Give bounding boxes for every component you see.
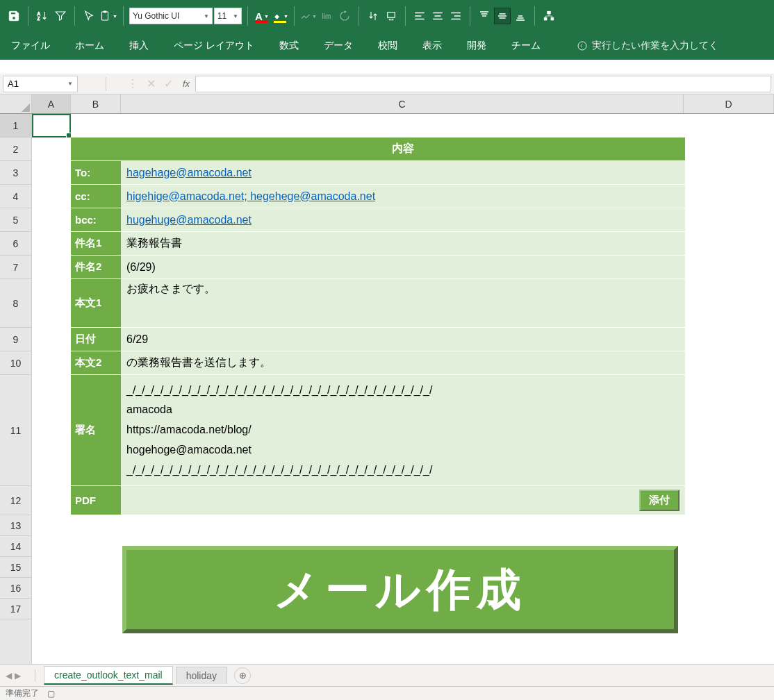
- cells-area[interactable]: 内容 To:hagehage@amacoda.netcc:higehige@am…: [32, 114, 774, 664]
- row-header-6[interactable]: 6: [0, 232, 31, 256]
- row-header-7[interactable]: 7: [0, 256, 31, 279]
- row-header-11[interactable]: 11: [0, 375, 31, 486]
- valign-top-icon[interactable]: [476, 8, 493, 24]
- table-value-2[interactable]: hugehuge@amacoda.net: [121, 208, 685, 232]
- col-header-C[interactable]: C: [121, 94, 684, 113]
- row-header-3[interactable]: 3: [0, 161, 31, 185]
- row-header-2[interactable]: 2: [0, 138, 31, 161]
- formula-input[interactable]: [195, 76, 771, 92]
- font-name-select[interactable]: Yu Gothic UI▼: [129, 8, 213, 24]
- tab-formulas[interactable]: 数式: [277, 35, 302, 56]
- valign-middle-icon[interactable]: [494, 8, 511, 24]
- row-header-13[interactable]: 13: [0, 515, 31, 536]
- dots-icon[interactable]: ⋮: [127, 77, 138, 90]
- ribbon-tabs: ファイル ホーム 挿入 ページ レイアウト 数式 データ 校閲 表示 開発 チー…: [0, 32, 774, 60]
- row-header-15[interactable]: 15: [0, 557, 31, 578]
- fx-label[interactable]: fx: [183, 78, 190, 89]
- row-header-8[interactable]: 8: [0, 279, 31, 328]
- svg-rect-7: [551, 17, 554, 20]
- table-label-5: 本文1: [71, 279, 121, 328]
- sheet-tab-2[interactable]: holiday: [176, 667, 227, 684]
- sort-icon[interactable]: AZ: [34, 8, 51, 24]
- tell-me-search[interactable]: 実行したい作業を入力してく: [577, 40, 718, 52]
- hyperlink-2[interactable]: hugehuge@amacoda.net: [126, 214, 252, 226]
- svg-rect-4: [388, 12, 395, 18]
- row-header-5[interactable]: 5: [0, 208, 31, 232]
- hyperlink-0[interactable]: hagehage@amacoda.net: [126, 167, 252, 179]
- sort-arrows-icon[interactable]: [365, 8, 381, 24]
- table-value-5[interactable]: お疲れさまです。: [121, 279, 685, 328]
- tab-home[interactable]: ホーム: [72, 35, 107, 56]
- cursor-icon[interactable]: [81, 8, 97, 24]
- sheet-tabs-bar: ◀ ▶ create_outlook_text_mail holiday ⊕: [0, 664, 774, 686]
- refresh-icon: [336, 8, 353, 24]
- table-value-0[interactable]: hagehage@amacoda.net: [121, 161, 685, 185]
- row-header-1[interactable]: 1: [0, 114, 31, 138]
- macro-record-icon[interactable]: ▢: [47, 689, 55, 699]
- table-value-7[interactable]: の業務報告書を送信します。: [121, 351, 685, 375]
- sheet-tab-1[interactable]: create_outlook_text_mail: [44, 666, 173, 685]
- row-header-4[interactable]: 4: [0, 185, 31, 208]
- table-value-9[interactable]: 添付: [121, 486, 685, 515]
- new-sheet-button[interactable]: ⊕: [234, 667, 251, 684]
- row-header-10[interactable]: 10: [0, 351, 31, 375]
- grid: 1234567891011121314151617 内容 To:hagehage…: [0, 114, 774, 664]
- filter-icon[interactable]: [52, 8, 69, 24]
- font-color-icon[interactable]: A▼: [254, 8, 270, 24]
- tab-page-layout[interactable]: ページ レイアウト: [171, 35, 257, 56]
- svg-rect-2: [102, 12, 108, 20]
- valign-bottom-icon[interactable]: [512, 8, 529, 24]
- table-header: 内容: [121, 138, 685, 161]
- align-right-icon[interactable]: [447, 8, 464, 24]
- sheet-nav-next[interactable]: ▶: [15, 671, 21, 681]
- font-size-select[interactable]: 11▼: [214, 8, 242, 24]
- row-header-16[interactable]: 16: [0, 578, 31, 599]
- row-header-9[interactable]: 9: [0, 328, 31, 351]
- svg-point-8: [578, 42, 586, 50]
- align-center-icon[interactable]: [429, 8, 446, 24]
- col-header-B[interactable]: B: [71, 94, 121, 113]
- formula-bar-row: A1▼ ⋮ ✕ ✓ fx: [0, 74, 774, 94]
- tab-review[interactable]: 校閲: [375, 35, 400, 56]
- table-label-1: cc:: [71, 185, 121, 208]
- limit-icon: lim: [318, 8, 335, 24]
- tab-data[interactable]: データ: [321, 35, 356, 56]
- sheet-nav-prev[interactable]: ◀: [6, 671, 12, 681]
- status-text: 準備完了: [6, 688, 39, 699]
- table-value-8[interactable]: _/_/_/_/_/_/_/_/_/_/_/_/_/_/_/_/_/_/_/_/…: [121, 375, 685, 486]
- tab-developer[interactable]: 開発: [464, 35, 489, 56]
- align-left-icon[interactable]: [411, 8, 428, 24]
- row-header-14[interactable]: 14: [0, 536, 31, 557]
- paste-icon[interactable]: ▼: [99, 10, 117, 22]
- attach-button[interactable]: 添付: [639, 490, 680, 511]
- cancel-icon: ✕: [147, 77, 156, 90]
- tab-insert[interactable]: 挿入: [126, 35, 151, 56]
- column-headers: A B C D: [0, 94, 774, 114]
- active-cell-A1[interactable]: [32, 114, 71, 138]
- table-value-3[interactable]: 業務報告書: [121, 232, 685, 256]
- table-label-6: 日付: [71, 328, 121, 351]
- col-header-D[interactable]: D: [684, 94, 774, 113]
- table-value-6[interactable]: 6/29: [121, 328, 685, 351]
- svg-text:Z: Z: [38, 16, 40, 21]
- enter-icon: ✓: [164, 77, 173, 90]
- tab-file[interactable]: ファイル: [8, 35, 53, 56]
- hyperlink-1[interactable]: higehige@amacoda.net; hegehege@amacoda.n…: [126, 190, 375, 203]
- create-mail-button[interactable]: メール作成: [122, 546, 678, 633]
- name-box[interactable]: A1▼: [3, 76, 78, 92]
- select-all-triangle[interactable]: [0, 94, 32, 113]
- tab-view[interactable]: 表示: [420, 35, 445, 56]
- autofit-icon[interactable]: [383, 8, 400, 24]
- row-header-12[interactable]: 12: [0, 486, 31, 515]
- table-label-2: bcc:: [71, 208, 121, 232]
- row-header-17[interactable]: 17: [0, 599, 31, 619]
- svg-rect-3: [104, 11, 107, 13]
- table-value-4[interactable]: (6/29): [121, 256, 685, 279]
- fill-color-icon[interactable]: ▼: [272, 8, 288, 24]
- col-header-A[interactable]: A: [32, 94, 71, 113]
- save-icon[interactable]: [6, 8, 22, 24]
- table-label-7: 本文2: [71, 351, 121, 375]
- hierarchy-icon[interactable]: [541, 8, 557, 24]
- tab-team[interactable]: チーム: [509, 35, 543, 56]
- table-value-1[interactable]: higehige@amacoda.net; hegehege@amacoda.n…: [121, 185, 685, 208]
